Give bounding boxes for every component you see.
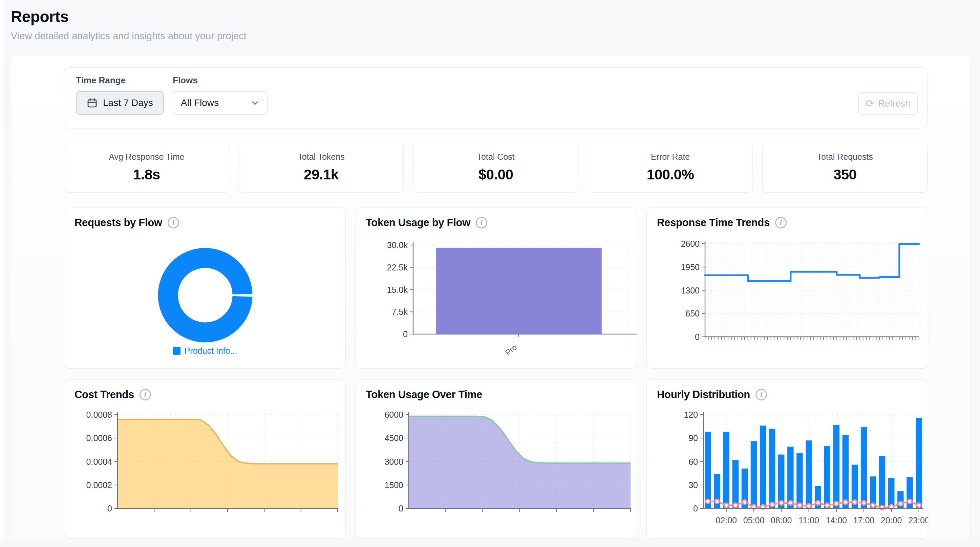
svg-text:0.0006: 0.0006 [86, 433, 112, 443]
refresh-button[interactable]: ⟳ Refresh [858, 92, 918, 115]
legend-label: Product Info... [185, 346, 237, 356]
chart-cost-trends: Cost Trends i 00.00020.00040.00060.0008 [64, 380, 346, 539]
time-range-button[interactable]: Last 7 Days [76, 91, 164, 115]
svg-text:1950: 1950 [681, 262, 700, 272]
chart-token-usage-over-time: Token Usage Over Time 01500300045006000 [355, 380, 637, 539]
svg-text:0: 0 [107, 504, 112, 513]
chart-title: Token Usage Over Time [366, 389, 482, 401]
stat-error-rate: Error Rate 100.0% [588, 142, 753, 192]
info-icon[interactable]: i [775, 217, 787, 229]
svg-text:7.5k: 7.5k [392, 307, 408, 316]
chart-title: Hourly Distribution [657, 389, 750, 401]
chart-hourly-distribution: Hourly Distribution i 02:0005:0008:0011:… [646, 380, 928, 539]
svg-text:0: 0 [399, 504, 403, 513]
refresh-label: Refresh [878, 99, 910, 109]
area-chart: 01500300045006000 [356, 380, 637, 539]
svg-text:0: 0 [693, 504, 698, 513]
svg-text:0.0004: 0.0004 [86, 457, 113, 466]
svg-text:02:00: 02:00 [716, 515, 737, 525]
svg-text:0.0002: 0.0002 [86, 480, 112, 490]
chart-response-time-trends: Response Time Trends i 0650130019502600 [646, 207, 928, 369]
donut-chart [64, 208, 346, 369]
info-icon[interactable]: i [140, 389, 151, 401]
stat-label: Error Rate [651, 152, 690, 162]
page-title: Reports [11, 8, 247, 26]
stat-label: Total Tokens [298, 152, 345, 162]
line-chart: 0650130019502600 [647, 208, 928, 369]
stat-label: Total Requests [817, 152, 873, 162]
chart-title: Requests by Flow [75, 217, 162, 229]
flows-label: Flows [173, 75, 267, 86]
flows-selected-value: All Flows [181, 97, 219, 108]
refresh-icon: ⟳ [865, 99, 874, 109]
stat-total-requests: Total Requests 350 [762, 142, 928, 192]
bottom-fade [0, 536, 980, 547]
stat-total-tokens: Total Tokens 29.1k [239, 142, 404, 192]
svg-text:30: 30 [689, 480, 698, 490]
svg-text:14:00: 14:00 [826, 515, 847, 525]
svg-text:05:00: 05:00 [743, 515, 765, 525]
chart-token-usage-by-flow: Token Usage by Flow i Pro07.5k15.0k22.5k… [355, 207, 637, 369]
stat-avg-response-time: Avg Response Time 1.8s [64, 142, 229, 192]
flows-select[interactable]: All Flows [173, 91, 267, 115]
svg-text:6000: 6000 [384, 410, 403, 420]
svg-text:0: 0 [403, 329, 408, 339]
info-icon[interactable]: i [756, 389, 767, 401]
time-range-group: Time Range Last 7 Days [76, 75, 164, 115]
chevron-down-icon [251, 99, 259, 107]
chart-title: Token Usage by Flow [366, 217, 470, 229]
time-range-label: Time Range [76, 75, 164, 86]
svg-text:1300: 1300 [681, 286, 700, 295]
svg-text:08:00: 08:00 [771, 515, 792, 525]
stat-value: 29.1k [304, 167, 339, 183]
stat-value: 100.0% [647, 167, 694, 183]
svg-text:20:00: 20:00 [881, 515, 902, 525]
flows-group: Flows All Flows [173, 75, 267, 115]
window-left-edge [0, 0, 3, 547]
svg-text:0: 0 [695, 332, 700, 342]
svg-text:0.0008: 0.0008 [86, 410, 112, 420]
svg-text:90: 90 [689, 433, 698, 443]
chart-requests-by-flow: Requests by Flow i Product Info... [64, 207, 346, 369]
filter-bar: Time Range Last 7 Days Flows All Flows [64, 67, 928, 128]
svg-text:3000: 3000 [384, 457, 403, 466]
bar-chart: Pro07.5k15.0k22.5k30.0k [356, 208, 637, 369]
chart-legend[interactable]: Product Info... [64, 346, 345, 356]
stats-row: Avg Response Time 1.8s Total Tokens 29.1… [64, 142, 928, 192]
svg-text:120: 120 [684, 410, 698, 420]
reports-panel: Time Range Last 7 Days Flows All Flows [10, 55, 970, 539]
svg-text:17:00: 17:00 [853, 515, 875, 525]
stat-label: Avg Response Time [109, 152, 184, 162]
stat-value: 350 [834, 167, 857, 183]
stat-total-cost: Total Cost $0.00 [413, 142, 578, 192]
svg-text:15.0k: 15.0k [387, 285, 408, 294]
stat-value: 1.8s [133, 167, 160, 183]
legend-swatch [173, 347, 180, 355]
svg-text:60: 60 [689, 457, 698, 466]
svg-text:2600: 2600 [681, 239, 700, 248]
info-icon[interactable]: i [476, 217, 487, 229]
chart-title: Cost Trends [75, 389, 134, 401]
svg-text:4500: 4500 [384, 433, 403, 443]
chart-title: Response Time Trends [657, 217, 770, 229]
area-chart: 00.00020.00040.00060.0008 [64, 380, 346, 539]
svg-text:1500: 1500 [384, 480, 403, 490]
svg-text:23:00: 23:00 [908, 515, 928, 525]
svg-text:11:00: 11:00 [799, 515, 819, 525]
page-header: Reports View detailed analytics and insi… [11, 8, 247, 41]
svg-text:22.5k: 22.5k [387, 263, 408, 272]
svg-text:650: 650 [686, 309, 700, 318]
svg-text:Pro: Pro [504, 343, 519, 357]
stat-value: $0.00 [479, 167, 513, 183]
stat-label: Total Cost [477, 152, 514, 162]
bar-line-chart: 02:0005:0008:0011:0014:0017:0020:0023:00… [647, 380, 928, 539]
time-range-value: Last 7 Days [103, 97, 153, 108]
page-subtitle: View detailed analytics and insights abo… [11, 30, 247, 41]
calendar-icon [87, 97, 97, 108]
info-icon[interactable]: i [168, 217, 179, 229]
svg-text:30.0k: 30.0k [387, 240, 408, 250]
